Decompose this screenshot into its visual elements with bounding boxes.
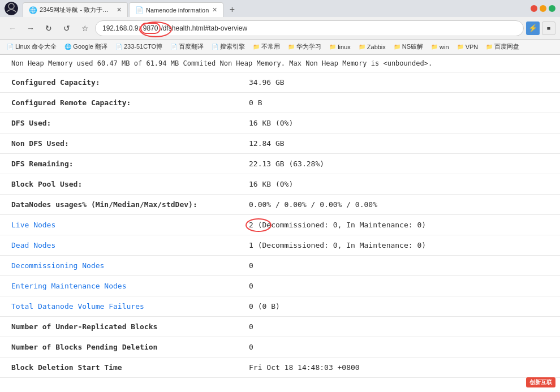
bookmarks-bar: 📄 Linux 命令大全 🌐 Google 翻译 📄 233-51CTO博 📄 … xyxy=(0,40,560,54)
bookmark-zabbix-icon: 📁 xyxy=(359,44,365,50)
bookmark-baidu-pan-label: 百度网盘 xyxy=(494,42,519,51)
bookmark-233-label: 233-51CTO博 xyxy=(124,42,162,51)
tab-namenode-favicon: 📄 xyxy=(135,6,144,14)
bookmark-huawei-label: 华为学习 xyxy=(296,42,321,51)
bookmark-baidu-translate[interactable]: 📄 百度翻译 xyxy=(168,41,206,52)
tab-2345-favicon: 🌐 xyxy=(29,6,37,14)
bookmark-uncommon-label: 不常用 xyxy=(261,42,280,51)
table-row-value-10: 0 xyxy=(238,276,560,296)
title-bar: 🌐 2345网址导航 - 致力于打造最 ✕ 📄 Namenode informa… xyxy=(0,0,560,17)
forward-button[interactable]: → xyxy=(23,20,38,36)
bookmark-linux[interactable]: 📄 Linux 命令大全 xyxy=(5,41,59,52)
table-row-label-3: Non DFS Used: xyxy=(0,133,238,154)
watermark: 创新互联 xyxy=(526,377,555,387)
table-row-value-8: 1 (Decommissioned: 0, In Maintenance: 0) xyxy=(238,235,560,256)
tab-namenode-title: Namenode information xyxy=(146,7,209,14)
svg-point-2 xyxy=(246,219,271,231)
bookmark-ns-icon: 📁 xyxy=(394,44,400,50)
bookmark-linux2-label: linux xyxy=(338,44,351,50)
close-button[interactable] xyxy=(531,5,537,12)
table-row-value-1: 0 B xyxy=(238,93,560,113)
bookmark-search[interactable]: 📄 搜索引擎 xyxy=(209,41,247,52)
table-row-value-14: Fri Oct 18 14:48:03 +0800 xyxy=(238,357,560,378)
lightning-button[interactable]: ⚡ xyxy=(526,21,540,35)
bookmark-win-label: win xyxy=(440,44,449,50)
table-row-label-1: Configured Remote Capacity: xyxy=(0,93,238,113)
address-bar[interactable]: 192.168.0.9:9870/dfshealth.html#tab-over… xyxy=(95,20,524,36)
table-row-label-4: DFS Remaining: xyxy=(0,154,238,174)
namenode-stats-table: Configured Capacity:34.96 GBConfigured R… xyxy=(0,72,560,378)
browser-logo xyxy=(5,2,18,15)
bookmark-google[interactable]: 🌐 Google 翻译 xyxy=(62,41,110,52)
extension-button[interactable]: ≡ xyxy=(542,21,555,35)
tab-2345[interactable]: 🌐 2345网址导航 - 致力于打造最 ✕ xyxy=(23,2,128,17)
table-row-label-6: DataNodes usages% (Min/Median/Max/stdDev… xyxy=(0,195,238,215)
port-highlight: 9870 xyxy=(140,23,161,34)
table-row-label-11[interactable]: Total Datanode Volume Failures xyxy=(0,296,238,317)
back-button[interactable]: ← xyxy=(5,20,20,36)
browser-chrome: 🌐 2345网址导航 - 致力于打造最 ✕ 📄 Namenode informa… xyxy=(0,0,560,55)
bookmark-search-label: 搜索引擎 xyxy=(220,42,245,51)
bookmark-uncommon[interactable]: 📁 不常用 xyxy=(251,41,282,52)
table-row-label-9[interactable]: Decommissioning Nodes xyxy=(0,256,238,276)
window-controls xyxy=(531,5,555,12)
page-content: Non Heap Memory used 60.47 MB of 61.94 M… xyxy=(0,55,560,392)
bookmark-baidu-pan[interactable]: 📁 百度网盘 xyxy=(484,41,522,52)
bookmark-linux2[interactable]: 📁 linux xyxy=(327,42,353,51)
table-row-label-5: Block Pool Used: xyxy=(0,174,238,195)
star-button[interactable]: ☆ xyxy=(77,20,93,36)
bookmark-huawei[interactable]: 📁 华为学习 xyxy=(286,41,324,52)
new-tab-button[interactable]: + xyxy=(225,2,239,17)
tab-2345-title: 2345网址导航 - 致力于打造最 xyxy=(40,6,113,14)
table-row-label-0: Configured Capacity: xyxy=(0,72,238,93)
bookmark-vpn-label: VPN xyxy=(466,44,479,50)
nav-bar: ← → ↻ ↺ ☆ 192.168.0.9:9870/dfshealth.htm… xyxy=(0,17,560,40)
bookmark-vpn-icon: 📁 xyxy=(457,44,464,50)
bookmark-baidu-translate-label: 百度翻译 xyxy=(179,42,204,51)
bookmark-huawei-icon: 📁 xyxy=(288,44,295,50)
table-row-value-5: 16 KB (0%) xyxy=(238,174,560,195)
table-row-label-13: Number of Blocks Pending Deletion xyxy=(0,337,238,357)
table-row-label-12: Number of Under-Replicated Blocks xyxy=(0,317,238,337)
bookmark-baidu-pan-icon: 📁 xyxy=(486,44,493,50)
table-row-label-2: DFS Used: xyxy=(0,113,238,133)
bookmark-google-icon: 🌐 xyxy=(64,44,71,50)
bookmark-zabbix[interactable]: 📁 Zabbix xyxy=(356,42,388,51)
reload-button[interactable]: ↻ xyxy=(41,20,57,36)
tab-bar: 🌐 2345网址导航 - 致力于打造最 ✕ 📄 Namenode informa… xyxy=(23,0,526,17)
table-row-value-11: 0 (0 B) xyxy=(238,296,560,317)
bookmark-search-icon: 📄 xyxy=(212,44,218,50)
bookmark-vpn[interactable]: 📁 VPN xyxy=(455,42,481,51)
bookmark-233-icon: 📄 xyxy=(115,44,122,50)
address-suffix: /dfshealth.html#tab-overview xyxy=(161,24,247,32)
table-row-value-7: 2 (Decommissioned: 0, In Maintenance: 0) xyxy=(238,215,560,235)
tab-namenode-close[interactable]: ✕ xyxy=(212,6,217,14)
bookmark-linux-icon: 📄 xyxy=(7,44,14,50)
bookmark-ns[interactable]: 📁 NS破解 xyxy=(391,41,425,52)
table-row-value-13: 0 xyxy=(238,337,560,357)
bookmark-google-label: Google 翻译 xyxy=(73,42,107,51)
table-row-label-10[interactable]: Entering Maintenance Nodes xyxy=(0,276,238,296)
minimize-button[interactable] xyxy=(540,5,546,12)
table-row-value-12: 0 xyxy=(238,317,560,337)
bookmark-baidu-translate-icon: 📄 xyxy=(170,44,177,50)
maximize-button[interactable] xyxy=(549,5,555,12)
tab-2345-close[interactable]: ✕ xyxy=(117,6,122,14)
bookmark-win-icon: 📁 xyxy=(431,44,438,50)
table-row-value-4: 22.13 GB (63.28%) xyxy=(238,154,560,174)
tab-namenode[interactable]: 📄 Namenode information ✕ xyxy=(129,2,223,17)
bookmark-win[interactable]: 📁 win xyxy=(429,42,451,51)
table-row-value-3: 12.84 GB xyxy=(238,133,560,154)
bookmark-uncommon-icon: 📁 xyxy=(253,44,260,50)
bookmark-linux-label: Linux 命令大全 xyxy=(15,42,57,51)
heap-memory-info: Non Heap Memory used 60.47 MB of 61.94 M… xyxy=(0,55,560,72)
table-row-label-8[interactable]: Dead Nodes xyxy=(0,235,238,256)
bookmark-ns-label: NS破解 xyxy=(402,42,423,51)
table-row-value-6: 0.00% / 0.00% / 0.00% / 0.00% xyxy=(238,195,560,215)
table-row-value-0: 34.96 GB xyxy=(238,72,560,93)
table-row-label-7[interactable]: Live Nodes xyxy=(0,215,238,235)
reload2-button[interactable]: ↺ xyxy=(59,20,75,36)
bookmark-233[interactable]: 📄 233-51CTO博 xyxy=(113,41,165,52)
table-row-label-14: Block Deletion Start Time xyxy=(0,357,238,378)
bookmark-zabbix-label: Zabbix xyxy=(367,44,386,50)
